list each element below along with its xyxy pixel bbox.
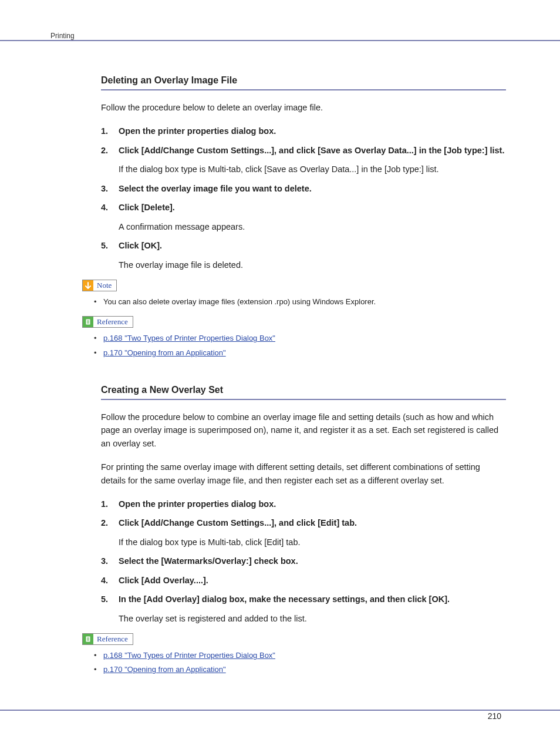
step-title: Click [Add Overlay....]. bbox=[119, 574, 506, 587]
note-bullet: You can also delete overlay image files … bbox=[94, 296, 505, 308]
intro-text: Follow the procedure below to delete an … bbox=[101, 101, 506, 114]
step-number: 5. bbox=[101, 239, 108, 252]
note-bullet-list: You can also delete overlay image files … bbox=[94, 296, 505, 308]
footer-rule bbox=[0, 710, 560, 711]
step-body: The overlay set is registered and added … bbox=[119, 612, 506, 625]
step-title: In the [Add Overlay] dialog box, make th… bbox=[119, 593, 506, 606]
reference-label-text: Reference bbox=[97, 317, 128, 327]
step-title: Select the [Watermarks/Overlay:] check b… bbox=[119, 555, 506, 567]
reference-label-text: Reference bbox=[97, 634, 128, 644]
step-body: If the dialog box type is Multi-tab, cli… bbox=[119, 163, 506, 176]
reference-callout: Reference bbox=[82, 633, 505, 645]
header-rule bbox=[0, 40, 560, 41]
step-item: 4. Click [Delete]. A confirmation messag… bbox=[101, 201, 506, 233]
note-callout: Note bbox=[82, 280, 505, 291]
step-title: Click [Add/Change Custom Settings...], a… bbox=[119, 516, 506, 529]
step-body: A confirmation message appears. bbox=[119, 220, 506, 233]
document-icon bbox=[83, 317, 93, 327]
step-number: 2. bbox=[101, 144, 108, 157]
reference-link[interactable]: p.168 "Two Types of Printer Properties D… bbox=[103, 334, 275, 342]
step-item: 5. Click [OK]. The overlay image file is… bbox=[101, 239, 506, 271]
page: Printing Deleting an Overlay Image File … bbox=[0, 0, 560, 746]
reference-item: p.170 "Opening from an Application" bbox=[94, 347, 505, 359]
reference-link-list: p.168 "Two Types of Printer Properties D… bbox=[94, 332, 505, 358]
step-title: Select the overlay image file you want t… bbox=[119, 182, 506, 195]
step-body: If the dialog box type is Multi-tab, cli… bbox=[119, 536, 506, 549]
step-item: 3. Select the overlay image file you wan… bbox=[101, 182, 506, 195]
step-number: 1. bbox=[101, 498, 108, 510]
note-label: Note bbox=[82, 280, 117, 291]
step-item: 5. In the [Add Overlay] dialog box, make… bbox=[101, 593, 506, 625]
step-item: 4. Click [Add Overlay....]. bbox=[101, 574, 506, 587]
document-icon bbox=[83, 634, 93, 644]
reference-callout: Reference bbox=[82, 316, 505, 328]
section-gap bbox=[82, 367, 505, 385]
step-number: 5. bbox=[101, 593, 108, 606]
intro-text: Follow the procedure below to combine an… bbox=[101, 411, 506, 450]
step-number: 2. bbox=[101, 516, 108, 529]
reference-item: p.168 "Two Types of Printer Properties D… bbox=[94, 332, 505, 344]
step-number: 1. bbox=[101, 125, 108, 137]
step-item: 3. Select the [Watermarks/Overlay:] chec… bbox=[101, 555, 506, 567]
step-number: 4. bbox=[101, 574, 108, 587]
step-number: 4. bbox=[101, 201, 108, 214]
reference-link[interactable]: p.170 "Opening from an Application" bbox=[103, 665, 226, 674]
step-item: 2. Click [Add/Change Custom Settings...]… bbox=[101, 516, 506, 549]
note-label-text: Note bbox=[97, 281, 112, 290]
page-number: 210 bbox=[488, 711, 501, 721]
content-area: Deleting an Overlay Image File Follow th… bbox=[82, 75, 505, 684]
intro-text-2: For printing the same overlay image with… bbox=[101, 461, 506, 487]
reference-link[interactable]: p.168 "Two Types of Printer Properties D… bbox=[103, 651, 275, 660]
step-title: Click [Delete]. bbox=[119, 201, 506, 214]
step-number: 3. bbox=[101, 555, 108, 567]
section-heading-create-overlay-set: Creating a New Overlay Set bbox=[101, 385, 506, 400]
section-heading-delete-overlay: Deleting an Overlay Image File bbox=[101, 75, 506, 90]
step-body: The overlay image file is deleted. bbox=[119, 258, 506, 271]
step-item: 1. Open the printer properties dialog bo… bbox=[101, 498, 506, 510]
reference-label: Reference bbox=[82, 633, 133, 645]
reference-link-list: p.168 "Two Types of Printer Properties D… bbox=[94, 650, 505, 676]
step-item: 1. Open the printer properties dialog bo… bbox=[101, 125, 506, 137]
step-title: Click [OK]. bbox=[119, 239, 506, 252]
reference-link[interactable]: p.170 "Opening from an Application" bbox=[103, 348, 226, 357]
reference-item: p.170 "Opening from an Application" bbox=[94, 664, 505, 676]
steps-list-1: 1. Open the printer properties dialog bo… bbox=[101, 125, 506, 271]
step-title: Open the printer properties dialog box. bbox=[119, 498, 506, 510]
down-arrow-icon bbox=[83, 280, 93, 291]
reference-label: Reference bbox=[82, 316, 133, 328]
step-number: 3. bbox=[101, 182, 108, 195]
reference-item: p.168 "Two Types of Printer Properties D… bbox=[94, 650, 505, 661]
steps-list-2: 1. Open the printer properties dialog bo… bbox=[101, 498, 506, 625]
step-item: 2. Click [Add/Change Custom Settings...]… bbox=[101, 144, 506, 176]
step-title: Open the printer properties dialog box. bbox=[119, 125, 506, 137]
header-section-label: Printing bbox=[50, 32, 75, 40]
step-title: Click [Add/Change Custom Settings...], a… bbox=[119, 144, 506, 157]
